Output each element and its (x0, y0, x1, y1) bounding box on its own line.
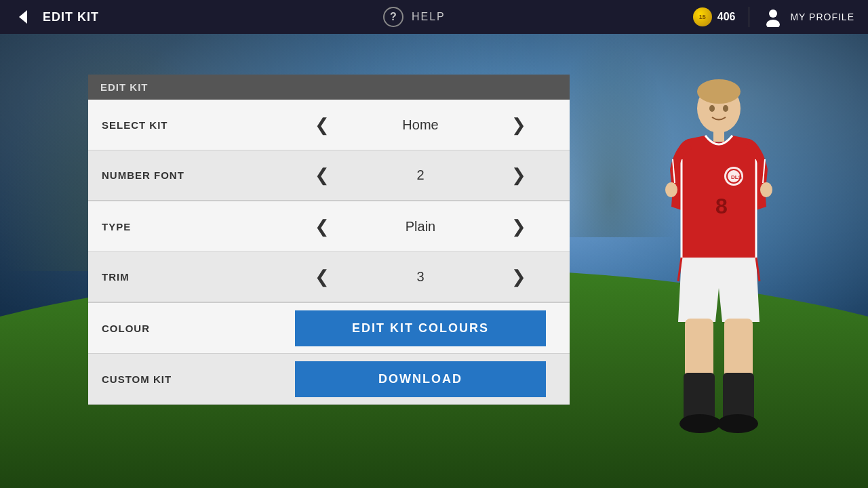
select-kit-row: SELECT KIT ❮ Home ❯ (88, 100, 570, 150)
topbar: EDIT KIT ? HELP 15 406 MY PROFILE (0, 0, 868, 34)
svg-point-18 (665, 182, 677, 197)
help-label: HELP (412, 11, 446, 23)
svg-point-6 (723, 105, 728, 112)
topbar-separator (749, 7, 749, 27)
edit-kit-panel: EDIT KIT SELECT KIT ❮ Home ❯ NUMBER FONT… (88, 75, 570, 405)
colour-row: COLOUR EDIT KIT COLOURS (88, 303, 570, 354)
svg-point-19 (760, 182, 772, 197)
edit-kit-colours-button[interactable]: EDIT KIT COLOURS (295, 310, 546, 346)
type-control: ❮ Plain ❯ (271, 209, 570, 243)
custom-kit-control: DOWNLOAD (271, 361, 570, 397)
coin-display: 15 406 (693, 7, 736, 26)
svg-text:8: 8 (715, 194, 728, 218)
svg-rect-9 (685, 319, 713, 380)
number-font-value: 2 (339, 167, 502, 183)
trim-row: TRIM ❮ 3 ❯ (88, 252, 570, 303)
svg-marker-0 (19, 10, 27, 24)
type-prev-button[interactable]: ❮ (305, 209, 339, 243)
svg-point-4 (697, 79, 741, 104)
trim-prev-button[interactable]: ❮ (305, 260, 339, 294)
custom-kit-row: CUSTOM KIT DOWNLOAD (88, 354, 570, 405)
colour-control: EDIT KIT COLOURS (271, 310, 570, 346)
svg-point-5 (709, 105, 715, 112)
svg-rect-10 (724, 319, 753, 380)
select-kit-prev-button[interactable]: ❮ (305, 108, 339, 142)
number-font-control: ❮ 2 ❯ (271, 159, 570, 192)
page-title: EDIT KIT (43, 10, 99, 24)
trim-value: 3 (339, 269, 502, 285)
type-row: TYPE ❮ Plain ❯ (88, 201, 570, 252)
download-button[interactable]: DOWNLOAD (295, 361, 546, 397)
colour-label: COLOUR (88, 323, 271, 334)
type-value: Plain (339, 219, 502, 235)
select-kit-next-button[interactable]: ❯ (502, 108, 536, 142)
number-font-label: NUMBER FONT (88, 169, 271, 181)
svg-text:DLS: DLS (731, 174, 743, 180)
select-kit-control: ❮ Home ❯ (271, 108, 570, 142)
trim-next-button[interactable]: ❯ (502, 260, 536, 294)
coin-count: 406 (717, 11, 736, 23)
trim-control: ❮ 3 ❯ (271, 260, 570, 294)
number-font-next-button[interactable]: ❯ (502, 159, 536, 192)
profile-icon (763, 7, 783, 27)
number-font-prev-button[interactable]: ❮ (305, 159, 339, 192)
back-button[interactable] (10, 4, 36, 30)
select-kit-label: SELECT KIT (88, 119, 271, 131)
panel-header: EDIT KIT (88, 75, 570, 100)
svg-point-1 (769, 9, 777, 18)
player-figure: 8 DLS (644, 71, 793, 451)
profile-label: MY PROFILE (790, 12, 854, 22)
select-kit-value: Home (339, 117, 502, 133)
profile-section[interactable]: MY PROFILE (763, 7, 854, 27)
type-label: TYPE (88, 221, 271, 232)
coin-icon: 15 (693, 7, 712, 26)
type-next-button[interactable]: ❯ (502, 209, 536, 243)
custom-kit-label: CUSTOM KIT (88, 373, 271, 385)
number-font-row: NUMBER FONT ❮ 2 ❯ (88, 150, 570, 201)
help-icon: ? (383, 7, 403, 27)
help-button[interactable]: ? HELP (383, 7, 446, 27)
player-figure-area: 8 DLS (570, 34, 868, 488)
svg-rect-7 (713, 129, 724, 142)
trim-label: TRIM (88, 271, 271, 283)
svg-point-2 (766, 20, 780, 27)
